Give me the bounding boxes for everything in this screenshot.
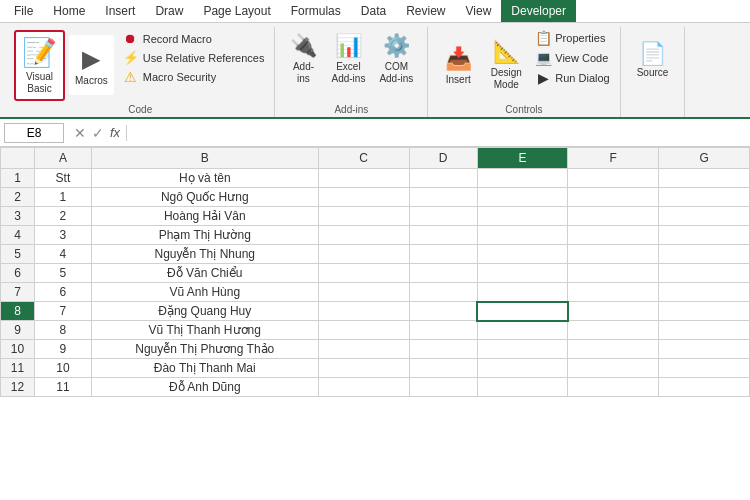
cell-c-row6[interactable] [318, 264, 409, 283]
cell-b-row1[interactable]: Họ và tên [91, 169, 318, 188]
row-header-row3[interactable]: 3 [1, 207, 35, 226]
cell-d-row4[interactable] [409, 226, 477, 245]
cancel-formula-icon[interactable]: ✕ [74, 125, 86, 141]
cell-f-row7[interactable] [568, 283, 659, 302]
confirm-formula-icon[interactable]: ✓ [92, 125, 104, 141]
cell-d-row5[interactable] [409, 245, 477, 264]
cell-d-row2[interactable] [409, 188, 477, 207]
cell-b-row12[interactable]: Đỗ Anh Dũng [91, 378, 318, 397]
formula-input[interactable] [131, 124, 746, 142]
cell-b-row4[interactable]: Phạm Thị Hường [91, 226, 318, 245]
cell-f-row2[interactable] [568, 188, 659, 207]
cell-e-row8[interactable] [477, 302, 568, 321]
cell-g-row7[interactable] [659, 283, 750, 302]
menu-review[interactable]: Review [396, 0, 455, 22]
properties-button[interactable]: 📋 Properties [532, 29, 611, 47]
cell-g-row12[interactable] [659, 378, 750, 397]
cell-reference-input[interactable] [4, 123, 64, 143]
cell-c-row3[interactable] [318, 207, 409, 226]
cell-g-row9[interactable] [659, 321, 750, 340]
macro-security-button[interactable]: ⚠ Macro Security [120, 68, 267, 86]
design-mode-button[interactable]: 📐 DesignMode [484, 29, 528, 101]
col-header-f[interactable]: F [568, 148, 659, 169]
cell-c-row5[interactable] [318, 245, 409, 264]
view-code-button[interactable]: 💻 View Code [532, 49, 611, 67]
cell-b-row10[interactable]: Nguyễn Thị Phương Thảo [91, 340, 318, 359]
col-header-b[interactable]: B [91, 148, 318, 169]
addins-button[interactable]: 🔌 Add-ins [283, 29, 323, 89]
cell-e-row1[interactable] [477, 169, 568, 188]
row-header-row9[interactable]: 9 [1, 321, 35, 340]
cell-g-row1[interactable] [659, 169, 750, 188]
cell-c-row1[interactable] [318, 169, 409, 188]
cell-d-row11[interactable] [409, 359, 477, 378]
cell-a-row7[interactable]: 6 [35, 283, 92, 302]
row-header-row10[interactable]: 10 [1, 340, 35, 359]
menu-formulas[interactable]: Formulas [281, 0, 351, 22]
row-header-row4[interactable]: 4 [1, 226, 35, 245]
cell-e-row2[interactable] [477, 188, 568, 207]
cell-e-row7[interactable] [477, 283, 568, 302]
cell-a-row6[interactable]: 5 [35, 264, 92, 283]
cell-g-row2[interactable] [659, 188, 750, 207]
cell-a-row2[interactable]: 1 [35, 188, 92, 207]
cell-c-row11[interactable] [318, 359, 409, 378]
cell-a-row5[interactable]: 4 [35, 245, 92, 264]
insert-button[interactable]: 📥 Insert [436, 29, 480, 101]
cell-f-row3[interactable] [568, 207, 659, 226]
cell-c-row9[interactable] [318, 321, 409, 340]
col-header-e[interactable]: E [477, 148, 568, 169]
cell-e-row6[interactable] [477, 264, 568, 283]
cell-c-row4[interactable] [318, 226, 409, 245]
cell-b-row2[interactable]: Ngô Quốc Hưng [91, 188, 318, 207]
row-header-row12[interactable]: 12 [1, 378, 35, 397]
menu-data[interactable]: Data [351, 0, 396, 22]
menu-developer[interactable]: Developer [501, 0, 576, 22]
record-macro-button[interactable]: ⏺ Record Macro [120, 30, 267, 47]
use-relative-button[interactable]: ⚡ Use Relative References [120, 49, 267, 66]
menu-view[interactable]: View [456, 0, 502, 22]
cell-g-row4[interactable] [659, 226, 750, 245]
cell-d-row12[interactable] [409, 378, 477, 397]
cell-e-row9[interactable] [477, 321, 568, 340]
cell-d-row1[interactable] [409, 169, 477, 188]
menu-insert[interactable]: Insert [95, 0, 145, 22]
cell-f-row4[interactable] [568, 226, 659, 245]
cell-g-row8[interactable] [659, 302, 750, 321]
row-header-row6[interactable]: 6 [1, 264, 35, 283]
cell-g-row3[interactable] [659, 207, 750, 226]
row-header-row1[interactable]: 1 [1, 169, 35, 188]
run-dialog-button[interactable]: ▶ Run Dialog [532, 69, 611, 87]
cell-e-row3[interactable] [477, 207, 568, 226]
cell-e-row10[interactable] [477, 340, 568, 359]
com-addins-button[interactable]: ⚙️ COMAdd-ins [373, 29, 419, 89]
menu-home[interactable]: Home [43, 0, 95, 22]
cell-a-row3[interactable]: 2 [35, 207, 92, 226]
cell-b-row11[interactable]: Đào Thị Thanh Mai [91, 359, 318, 378]
cell-c-row12[interactable] [318, 378, 409, 397]
cell-d-row10[interactable] [409, 340, 477, 359]
cell-a-row1[interactable]: Stt [35, 169, 92, 188]
cell-a-row12[interactable]: 11 [35, 378, 92, 397]
cell-f-row6[interactable] [568, 264, 659, 283]
cell-e-row12[interactable] [477, 378, 568, 397]
row-header-row11[interactable]: 11 [1, 359, 35, 378]
cell-a-row10[interactable]: 9 [35, 340, 92, 359]
cell-a-row11[interactable]: 10 [35, 359, 92, 378]
cell-f-row10[interactable] [568, 340, 659, 359]
cell-b-row7[interactable]: Vũ Anh Hùng [91, 283, 318, 302]
cell-b-row9[interactable]: Vũ Thị Thanh Hương [91, 321, 318, 340]
col-header-a[interactable]: A [35, 148, 92, 169]
cell-d-row7[interactable] [409, 283, 477, 302]
menu-draw[interactable]: Draw [145, 0, 193, 22]
cell-e-row11[interactable] [477, 359, 568, 378]
row-header-row7[interactable]: 7 [1, 283, 35, 302]
cell-f-row12[interactable] [568, 378, 659, 397]
cell-g-row5[interactable] [659, 245, 750, 264]
cell-b-row8[interactable]: Đặng Quang Huy [91, 302, 318, 321]
cell-g-row6[interactable] [659, 264, 750, 283]
cell-d-row3[interactable] [409, 207, 477, 226]
cell-a-row9[interactable]: 8 [35, 321, 92, 340]
cell-d-row9[interactable] [409, 321, 477, 340]
cell-d-row8[interactable] [409, 302, 477, 321]
